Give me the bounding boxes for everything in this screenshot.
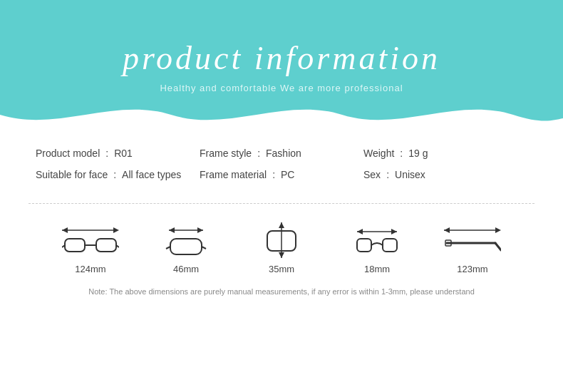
info-col-face: Suitable for face : All face types	[36, 169, 200, 180]
dim-item-bridge: 18mm	[348, 222, 406, 274]
dim-label-width: 124mm	[75, 264, 105, 274]
page-subtitle: Healthy and comfortable We are more prof…	[160, 83, 403, 93]
info-col-weight: Weight : 19 g	[363, 148, 527, 159]
dim-item-width: 124mm	[62, 222, 119, 274]
section-divider	[29, 203, 534, 204]
dim-item-lens-width: 46mm	[157, 222, 215, 274]
info-row-2: Suitable for face : All face types Frame…	[36, 169, 527, 180]
frame-style-separator: :	[257, 148, 260, 159]
dim-item-temple: 123mm	[444, 222, 501, 274]
info-col-model: Product model : R01	[36, 148, 200, 159]
frame-style-value: Fashion	[266, 148, 301, 159]
svg-marker-15	[279, 222, 284, 228]
face-value: All face types	[122, 169, 181, 180]
svg-line-27	[495, 243, 501, 250]
info-col-frame-style: Frame style : Fashion	[200, 148, 363, 159]
weight-separator: :	[400, 148, 403, 159]
dim-label-temple: 123mm	[457, 264, 487, 274]
svg-marker-1	[62, 227, 68, 233]
info-col-sex: Sex : Unisex	[363, 169, 527, 180]
wave-decoration	[0, 93, 563, 133]
svg-rect-3	[65, 239, 85, 252]
svg-rect-4	[96, 239, 116, 252]
face-label: Suitable for face	[36, 169, 108, 180]
dim-icon-lens-height	[253, 222, 310, 258]
info-section: Product model : R01 Frame style : Fashio…	[0, 132, 563, 197]
info-col-material: Frame material : PC	[200, 169, 363, 180]
svg-marker-20	[391, 229, 397, 234]
dim-label-lens-height: 35mm	[269, 264, 294, 274]
model-label: Product model	[36, 148, 100, 159]
dimensions-section: 124mm 46mm	[0, 215, 563, 282]
model-separator: :	[105, 148, 108, 159]
svg-rect-21	[357, 239, 371, 252]
dim-label-bridge: 18mm	[364, 264, 390, 274]
note-text: Note: The above dimensions are purely ma…	[0, 282, 563, 296]
dim-icon-temple	[444, 222, 501, 258]
face-separator: :	[113, 169, 116, 180]
dim-icon-width	[62, 222, 119, 258]
svg-marker-19	[357, 229, 363, 234]
material-value: PC	[281, 169, 294, 180]
info-row-1: Product model : R01 Frame style : Fashio…	[36, 148, 527, 159]
svg-rect-11	[170, 239, 202, 254]
frame-style-label: Frame style	[200, 148, 252, 159]
svg-marker-25	[495, 227, 501, 233]
svg-marker-16	[279, 252, 284, 258]
svg-rect-22	[383, 239, 397, 252]
dim-item-lens-height: 35mm	[253, 222, 310, 274]
sex-label: Sex	[363, 169, 381, 180]
header: product information Healthy and comforta…	[0, 0, 563, 132]
page-title: product information	[123, 39, 440, 77]
material-label: Frame material	[200, 169, 267, 180]
weight-value: 19 g	[408, 148, 428, 159]
dim-label-lens-width: 46mm	[173, 264, 199, 274]
dim-icon-lens-width	[157, 222, 215, 258]
svg-marker-9	[169, 227, 175, 233]
svg-marker-24	[444, 227, 450, 233]
material-separator: :	[272, 169, 275, 180]
dim-icon-bridge	[348, 222, 406, 258]
sex-separator: :	[386, 169, 389, 180]
model-value: R01	[114, 148, 133, 159]
weight-label: Weight	[363, 148, 394, 159]
svg-marker-10	[197, 227, 203, 233]
sex-value: Unisex	[395, 169, 425, 180]
svg-marker-2	[113, 227, 119, 233]
